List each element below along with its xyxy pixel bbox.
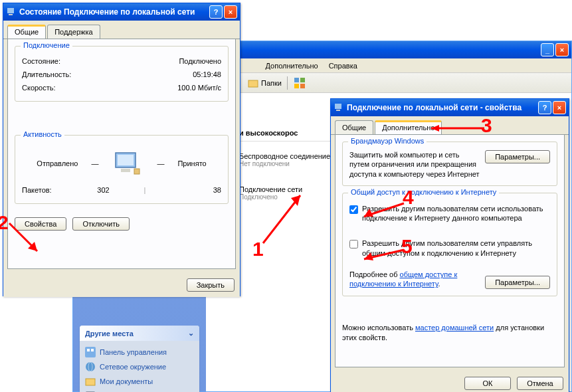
other-places-panel: Другие места ⌄ Панель управления Сетевое… — [80, 326, 199, 392]
activity-row: Отправлено — — Принято — [22, 144, 221, 183]
control-panel-icon — [85, 347, 96, 357]
ics-control-checkbox[interactable]: Разрешить другим пользователям сети упра… — [349, 236, 550, 260]
disable-button[interactable]: Отключить — [72, 217, 130, 231]
state-row: Состояние: Подключено — [22, 54, 221, 68]
ics-allow-checkbox[interactable]: Разрешить другим пользователям сети испо… — [349, 201, 550, 226]
svg-rect-26 — [335, 104, 341, 109]
tab-general[interactable]: Общие — [335, 120, 373, 134]
status-footer: Закрыть — [3, 273, 240, 297]
close-button[interactable]: × — [555, 43, 569, 56]
status-tab-body: Подключение Состояние: Подключено Длител… — [7, 39, 236, 269]
ics-params-button[interactable]: Параметры... — [485, 276, 550, 289]
computer-activity-icon — [112, 150, 143, 177]
ics-more-text: Подробнее об — [349, 270, 400, 278]
folder-icon — [248, 78, 258, 88]
connection-icon — [6, 7, 17, 17]
dash-icon: — — [91, 159, 98, 167]
menu-extra[interactable]: Дополнительно — [266, 62, 318, 70]
toolbar-folders[interactable]: Папки — [248, 78, 282, 88]
svg-rect-5 — [85, 347, 96, 357]
network-icon — [85, 361, 96, 372]
svg-rect-24 — [121, 169, 130, 172]
firewall-params-button[interactable]: Параметры... — [485, 150, 550, 163]
props-title: Подключение по локальной сети - свойства — [347, 103, 537, 112]
ics-control-input[interactable] — [349, 240, 358, 248]
views-icon[interactable] — [293, 76, 309, 90]
svg-rect-0 — [248, 80, 258, 87]
svg-point-8 — [86, 362, 95, 371]
menu-help[interactable]: Справка — [329, 62, 357, 70]
activity-group: Активность Отправлено — — Принято Пакето… — [15, 135, 229, 204]
status-titlebar[interactable]: Состояние Подключение по локальной сети … — [3, 3, 240, 21]
home-wizard-link[interactable]: мастер домашней сети — [415, 324, 494, 332]
svg-rect-21 — [9, 14, 13, 15]
close-button[interactable]: × — [224, 5, 237, 19]
panel-item-computer[interactable]: Мой компьютер — [85, 389, 194, 392]
svg-rect-10 — [86, 379, 95, 385]
svg-rect-6 — [87, 349, 90, 351]
svg-rect-20 — [7, 8, 14, 13]
props-tabs: Общие Дополнительно — [331, 116, 569, 135]
firewall-group: Брандмауэр Windows Защитить мой компьюте… — [342, 142, 557, 186]
properties-button[interactable]: Свойства — [15, 217, 66, 231]
firewall-text: Защитить мой компьютер и сеть путем огра… — [349, 150, 480, 179]
ok-button[interactable]: ОК — [464, 377, 511, 390]
status-tabs: Общие Поддержка — [3, 21, 240, 39]
folder-icon — [85, 376, 96, 387]
svg-rect-27 — [336, 110, 340, 111]
duration-row: Длительность: 05:19:48 — [22, 68, 221, 81]
recv-label: Принято — [177, 159, 206, 167]
speed-row: Скорость: 100.0 Мбит/с — [22, 81, 221, 94]
props-footer: ОК Отмена — [331, 371, 569, 392]
panel-header[interactable]: Другие места ⌄ — [80, 326, 199, 341]
help-button[interactable]: ? — [538, 101, 551, 114]
status-dialog: Состояние Подключение по локальной сети … — [3, 3, 240, 296]
properties-dialog: Подключение по локальной сети - свойства… — [330, 98, 569, 392]
props-tab-body: Брандмауэр Windows Защитить мой компьюте… — [335, 135, 565, 367]
panel-item-documents[interactable]: Мои документы — [85, 374, 194, 389]
status-button-row: Свойства Отключить — [15, 217, 229, 231]
tab-advanced[interactable]: Дополнительно — [375, 120, 442, 134]
minimize-button[interactable]: _ — [541, 43, 554, 56]
help-button[interactable]: ? — [209, 5, 223, 19]
tab-general[interactable]: Общие — [7, 25, 46, 39]
svg-rect-2 — [300, 78, 305, 82]
dash-icon: — — [157, 159, 164, 167]
tab-support[interactable]: Поддержка — [47, 25, 100, 39]
svg-rect-4 — [300, 84, 305, 88]
sent-label: Отправлено — [37, 159, 78, 167]
ics-allow-input[interactable] — [349, 205, 358, 214]
connection-group: Подключение Состояние: Подключено Длител… — [15, 46, 229, 102]
cancel-button[interactable]: Отмена — [517, 377, 563, 390]
packets-row: Пакетов: 302 | 38 — [22, 183, 221, 197]
close-button[interactable]: × — [553, 101, 566, 114]
props-titlebar[interactable]: Подключение по локальной сети - свойства… — [331, 99, 569, 116]
connection-icon — [334, 102, 344, 113]
footer-text: Можно использовать мастер домашней сети … — [342, 323, 557, 343]
panel-item-control[interactable]: Панель управления — [85, 345, 194, 359]
ics-group: Общий доступ к подключению к Интернету Р… — [342, 193, 557, 296]
close-button[interactable]: Закрыть — [187, 278, 235, 292]
chevron-icon: ⌄ — [188, 329, 194, 338]
svg-rect-1 — [294, 78, 299, 82]
svg-rect-7 — [91, 349, 94, 351]
svg-rect-25 — [134, 169, 140, 174]
panel-item-network[interactable]: Сетевое окружение — [85, 359, 194, 374]
svg-rect-23 — [118, 155, 134, 165]
svg-rect-3 — [294, 84, 299, 88]
status-title: Состояние Подключение по локальной сети — [19, 7, 208, 17]
